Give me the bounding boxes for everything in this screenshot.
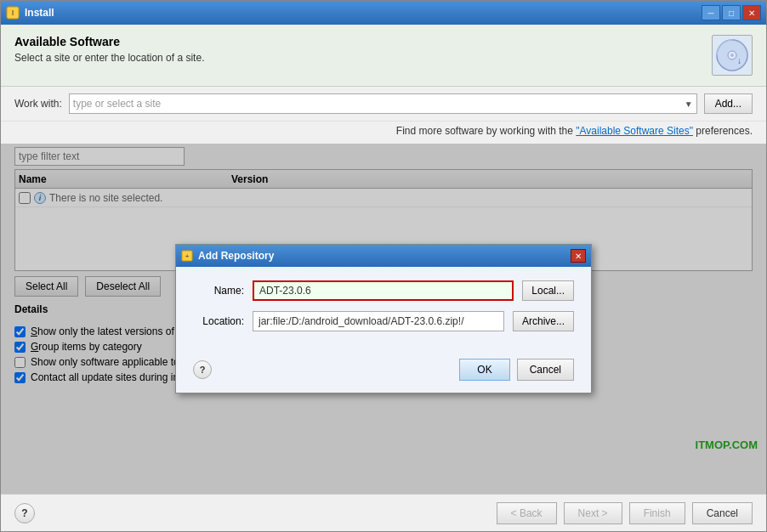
title-bar-left: I Install [6,6,54,20]
finish-button[interactable]: Finish [629,502,685,524]
next-button[interactable]: Next > [564,502,622,524]
header-subtitle: Select a site or enter the location of a… [14,52,204,64]
svg-text:I: I [12,8,14,17]
dialog-ok-button[interactable]: OK [459,359,509,381]
dialog-location-input[interactable] [253,311,504,331]
find-more-row: Find more software by working with the "… [1,122,766,144]
find-more-text: Find more software by working with the [396,125,576,137]
back-button[interactable]: < Back [497,502,557,524]
svg-text:+: + [185,252,190,260]
header-area: Available Software Select a site or ente… [1,25,766,87]
dialog-name-input[interactable] [253,280,514,301]
title-bar-controls: ─ □ ✕ [702,5,761,20]
help-button[interactable]: ? [14,503,35,524]
dialog-title-left: + Add Repository [181,250,274,262]
header-icon-container: ↓ [712,35,753,76]
header-text: Available Software Select a site or ente… [14,35,204,64]
dialog-footer: ? OK Cancel [176,352,591,393]
add-repository-dialog: + Add Repository ✕ Name: Local... [175,244,592,393]
work-with-combo[interactable]: type or select a site ▼ [69,93,697,114]
window-title: Install [25,7,54,19]
add-repository-icon: + [181,250,193,262]
available-software-sites-link[interactable]: "Available Software Sites" [576,125,693,137]
modal-overlay: + Add Repository ✕ Name: Local... [1,144,766,494]
install-icon: I [6,6,20,20]
header-title: Available Software [14,35,204,48]
combo-arrow-icon: ▼ [685,99,693,109]
cancel-button[interactable]: Cancel [692,502,753,524]
svg-text:↓: ↓ [737,56,741,65]
dialog-close-button[interactable]: ✕ [571,249,586,263]
work-with-row: Work with: type or select a site ▼ Add..… [1,87,766,122]
main-window: I Install ─ □ ✕ Available Software Selec… [0,0,767,532]
title-bar: I Install ─ □ ✕ [1,1,766,25]
dialog-cancel-button[interactable]: Cancel [517,359,574,381]
footer-right: < Back Next > Finish Cancel [497,502,753,524]
dialog-title-text: Add Repository [198,250,274,262]
dialog-name-row: Name: Local... [193,280,574,301]
cd-icon: ↓ [715,38,749,72]
dialog-name-label: Name: [193,285,244,297]
dialog-action-buttons: OK Cancel [459,359,574,381]
minimize-button[interactable]: ─ [702,5,720,20]
main-content: Name Version i There is no site selected… [1,144,766,494]
dialog-help-button[interactable]: ? [193,360,212,379]
dialog-body: Name: Local... Location: Archive... [176,267,591,352]
dialog-title-bar: + Add Repository ✕ [176,245,591,267]
dialog-archive-button[interactable]: Archive... [513,311,574,331]
dialog-local-button[interactable]: Local... [522,280,574,301]
maximize-button[interactable]: □ [722,5,741,20]
dialog-location-label: Location: [193,315,244,327]
window-close-button[interactable]: ✕ [742,5,761,20]
add-button[interactable]: Add... [704,93,753,114]
footer: ? < Back Next > Finish Cancel [1,494,766,531]
svg-point-4 [730,54,734,57]
work-with-label: Work with: [14,98,62,110]
find-more-suffix: preferences. [693,125,753,137]
footer-left: ? [14,503,35,524]
dialog-location-row: Location: Archive... [193,311,574,331]
work-with-value: type or select a site [73,98,161,110]
